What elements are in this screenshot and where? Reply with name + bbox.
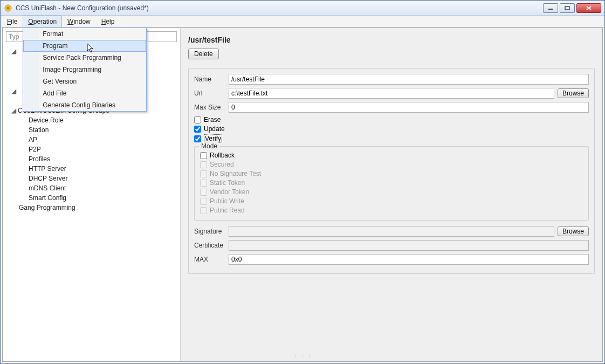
mode-group: Mode Rollback Secured No Signature Test bbox=[194, 146, 589, 221]
verify-label: Verify bbox=[204, 134, 222, 143]
app-icon bbox=[4, 4, 12, 12]
expand-arrow-icon[interactable]: ◢ bbox=[10, 107, 17, 114]
menubar: File Operation Format Program Service Pa… bbox=[1, 16, 604, 28]
menu-service-pack[interactable]: Service Pack Programming bbox=[23, 52, 146, 64]
menu-add-file[interactable]: Add File bbox=[23, 87, 146, 99]
menu-file[interactable]: File bbox=[2, 16, 23, 27]
tree-node-profiles[interactable]: Profiles bbox=[6, 154, 177, 164]
url-label: Url bbox=[194, 90, 229, 97]
verify-row: Verify bbox=[194, 134, 589, 143]
update-row: Update bbox=[194, 125, 589, 133]
signature-browse-button[interactable]: Browse bbox=[558, 226, 589, 236]
name-label: Name bbox=[194, 75, 229, 83]
tree-node-dhcp-server[interactable]: DHCP Server bbox=[6, 174, 177, 183]
menu-window[interactable]: Window bbox=[62, 16, 96, 27]
menu-image-programming[interactable]: Image Programming bbox=[23, 64, 146, 75]
operation-dropdown: Format Program Service Pack Programming … bbox=[23, 28, 147, 112]
secured-row: Secured bbox=[200, 161, 583, 168]
svg-rect-3 bbox=[565, 6, 569, 10]
public-write-row: Public Write bbox=[200, 197, 583, 205]
public-read-label: Public Read bbox=[210, 207, 245, 214]
window-title: CCS UniFlash - New Configuration (unsave… bbox=[16, 4, 543, 12]
close-button[interactable] bbox=[576, 3, 601, 13]
menu-generate-config[interactable]: Generate Config Binaries bbox=[23, 99, 146, 111]
certificate-label: Certificate bbox=[194, 242, 229, 249]
erase-label: Erase bbox=[204, 116, 221, 123]
page-title: /usr/testFile bbox=[188, 36, 595, 44]
minimize-button[interactable] bbox=[543, 3, 558, 13]
public-write-checkbox bbox=[200, 198, 207, 205]
update-label: Update bbox=[204, 125, 225, 133]
nosig-label: No Signature Test bbox=[210, 170, 261, 177]
name-field[interactable] bbox=[229, 74, 589, 85]
verify-checkbox[interactable] bbox=[194, 135, 201, 142]
menu-help[interactable]: Help bbox=[96, 16, 120, 27]
url-field[interactable] bbox=[229, 88, 554, 99]
tree-node-ap[interactable]: AP bbox=[6, 135, 177, 145]
secured-label: Secured bbox=[210, 161, 234, 168]
expand-arrow-icon[interactable]: ◢ bbox=[10, 87, 17, 95]
vendor-token-checkbox bbox=[200, 189, 207, 196]
update-checkbox[interactable] bbox=[194, 126, 201, 133]
url-browse-button[interactable]: Browse bbox=[558, 88, 589, 98]
menu-get-version[interactable]: Get Version bbox=[23, 75, 146, 87]
expand-arrow-icon[interactable]: ◢ bbox=[10, 47, 17, 55]
certificate-field bbox=[229, 240, 589, 251]
nosig-row: No Signature Test bbox=[200, 170, 583, 177]
max-hex-field[interactable] bbox=[229, 254, 589, 265]
file-form-panel: Name Url Browse Max Size Erase bbox=[188, 68, 595, 274]
public-read-checkbox bbox=[200, 207, 207, 214]
tree-node-gang-programming[interactable]: Gang Programming bbox=[6, 203, 177, 212]
static-token-label: Static Token bbox=[210, 179, 245, 187]
menu-program[interactable]: Program bbox=[23, 40, 146, 52]
public-read-row: Public Read bbox=[200, 207, 583, 214]
vendor-token-row: Vendor Token bbox=[200, 188, 583, 196]
svg-point-1 bbox=[7, 6, 10, 9]
rollback-label: Rollback bbox=[210, 152, 235, 159]
tree-node-station[interactable]: Station bbox=[6, 125, 177, 135]
resize-grip-icon[interactable]: ⋮⋮⋮ bbox=[292, 353, 313, 360]
erase-row: Erase bbox=[194, 116, 589, 123]
app-window: CCS UniFlash - New Configuration (unsave… bbox=[0, 0, 605, 364]
mode-legend: Mode bbox=[199, 142, 219, 150]
tree-node-smart-config[interactable]: Smart Config bbox=[6, 193, 177, 203]
rollback-row: Rollback bbox=[200, 152, 583, 159]
public-write-label: Public Write bbox=[210, 197, 244, 205]
tree-node-device-role[interactable]: Device Role bbox=[6, 115, 177, 125]
maximize-button[interactable] bbox=[560, 3, 575, 13]
right-pane: /usr/testFile Delete Name Url Browse Max… bbox=[181, 28, 602, 361]
maxsize-field[interactable] bbox=[229, 102, 589, 113]
erase-checkbox[interactable] bbox=[194, 116, 201, 123]
tree-node-mdns-client[interactable]: mDNS Client bbox=[6, 183, 177, 193]
menu-format[interactable]: Format bbox=[23, 28, 146, 40]
titlebar: CCS UniFlash - New Configuration (unsave… bbox=[1, 1, 604, 16]
tree-node-p2p[interactable]: P2P bbox=[6, 145, 177, 154]
vendor-token-label: Vendor Token bbox=[210, 188, 249, 196]
menu-operation[interactable]: Operation Format Program Service Pack Pr… bbox=[23, 16, 62, 27]
static-token-row: Static Token bbox=[200, 179, 583, 187]
static-token-checkbox bbox=[200, 180, 207, 187]
nosig-checkbox bbox=[200, 170, 207, 177]
signature-label: Signature bbox=[194, 228, 229, 235]
rollback-checkbox[interactable] bbox=[200, 152, 207, 159]
signature-field bbox=[229, 226, 554, 237]
maxsize-label: Max Size bbox=[194, 104, 229, 111]
delete-button[interactable]: Delete bbox=[188, 49, 219, 59]
window-controls bbox=[543, 3, 601, 13]
tree-node-http-server[interactable]: HTTP Server bbox=[6, 164, 177, 174]
max-hex-label: MAX bbox=[194, 256, 229, 263]
secured-checkbox bbox=[200, 161, 207, 168]
